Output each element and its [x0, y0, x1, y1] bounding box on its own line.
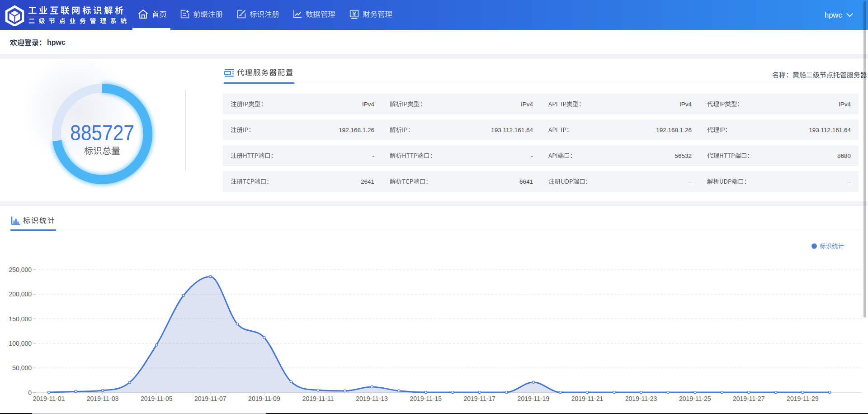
svg-text:250,000: 250,000	[9, 266, 32, 273]
svg-text:50,000: 50,000	[12, 364, 32, 371]
svg-text:2019-11-19: 2019-11-19	[518, 395, 550, 402]
svg-text:2019-11-17: 2019-11-17	[464, 395, 496, 402]
svg-text:2019-11-11: 2019-11-11	[302, 395, 334, 402]
svg-text:2019-11-05: 2019-11-05	[141, 395, 173, 402]
svg-text:2019-11-09: 2019-11-09	[248, 395, 280, 402]
svg-text:2019-11-03: 2019-11-03	[87, 395, 119, 402]
svg-text:150,000: 150,000	[9, 315, 32, 323]
svg-text:2019-11-25: 2019-11-25	[679, 395, 711, 402]
svg-text:200,000: 200,000	[9, 290, 32, 298]
svg-text:2019-11-23: 2019-11-23	[625, 395, 657, 402]
svg-text:2019-11-21: 2019-11-21	[571, 395, 604, 402]
svg-text:2019-11-29: 2019-11-29	[787, 395, 819, 402]
svg-text:2019-11-15: 2019-11-15	[410, 395, 442, 402]
svg-text:2019-11-01: 2019-11-01	[33, 395, 65, 402]
svg-text:2019-11-07: 2019-11-07	[194, 395, 226, 402]
svg-text:100,000: 100,000	[9, 340, 32, 347]
svg-text:0: 0	[28, 389, 32, 396]
svg-text:2019-11-27: 2019-11-27	[733, 395, 765, 402]
svg-text:2019-11-13: 2019-11-13	[356, 395, 388, 402]
svg-text:885727: 885727	[71, 125, 134, 143]
